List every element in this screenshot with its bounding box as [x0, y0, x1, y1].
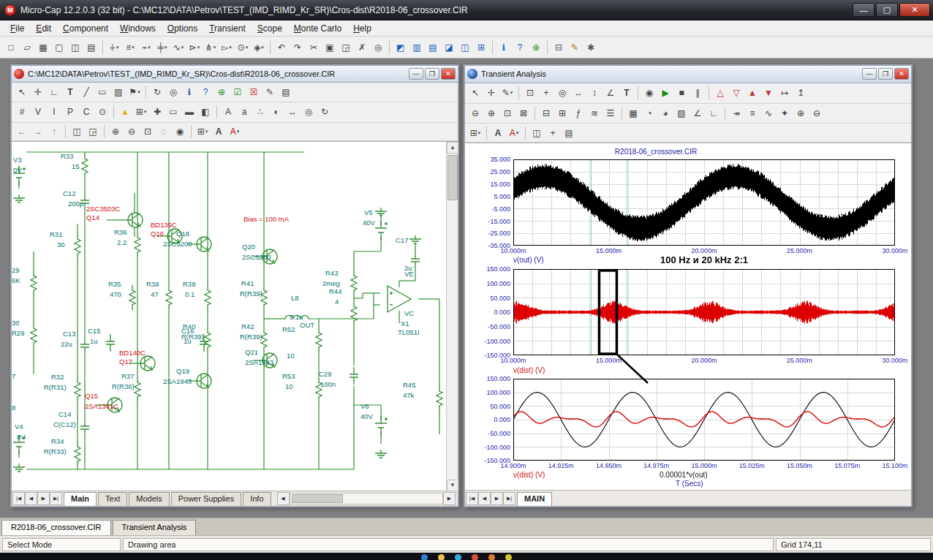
- text-display-icon[interactable]: A: [220, 105, 236, 119]
- font-button-icon[interactable]: A: [490, 126, 506, 140]
- split-text-circuit-icon[interactable]: ◫: [457, 40, 473, 55]
- res-symbol[interactable]: [75, 442, 80, 466]
- dropdown-arrow-icon[interactable]: ▾: [144, 109, 147, 115]
- ie-icon[interactable]: [421, 554, 428, 560]
- gnd-symbol[interactable]: [375, 450, 387, 458]
- graph-paper-icon[interactable]: ▦: [625, 106, 641, 121]
- chrome-icon[interactable]: [472, 554, 478, 560]
- info-mode-icon[interactable]: ℹ: [181, 85, 197, 99]
- schematic-horizontal-scrollbar[interactable]: ◀▶: [277, 493, 456, 504]
- zoom-cursor-icon[interactable]: ⊕: [793, 106, 809, 121]
- child-close-button[interactable]: ✕: [441, 68, 456, 80]
- slope-measure-icon[interactable]: ∠: [690, 106, 706, 121]
- horizontal-scroll-thumb[interactable]: [292, 494, 343, 503]
- color-button-icon[interactable]: A▾: [227, 124, 243, 139]
- gnd-symbol[interactable]: [409, 235, 421, 243]
- close-file-icon[interactable]: ▢: [51, 40, 67, 55]
- go-up-icon[interactable]: ↑: [46, 124, 62, 139]
- align-cursors-icon[interactable]: ☰: [603, 106, 619, 121]
- save-circuit-icon[interactable]: ▦: [35, 40, 51, 55]
- folder-icon[interactable]: [438, 554, 445, 560]
- crosshair-cursor-icon[interactable]: ✚: [149, 105, 165, 119]
- res-symbol[interactable]: [135, 377, 140, 402]
- dropdown-arrow-icon[interactable]: ▾: [229, 45, 232, 50]
- copy-icon[interactable]: ▣: [322, 40, 338, 55]
- accumulate-plots-icon[interactable]: ≡: [744, 106, 760, 121]
- previous-page-button[interactable]: ◀: [478, 492, 491, 505]
- dropdown-arrow-icon[interactable]: ▾: [246, 45, 249, 50]
- schematic-titlebar[interactable]: C:\MC12\DATA\Petrov\TEST_(IMD_RIMD_Kr_SR…: [12, 66, 458, 83]
- scale-mode-icon[interactable]: ⊡: [522, 86, 538, 100]
- transient-plots-area[interactable]: R2018-06_crossover.CIR35.00025.00015.000…: [465, 143, 911, 490]
- child-minimize-button[interactable]: —: [862, 68, 877, 80]
- analysis-page-tab-main[interactable]: MAIN: [517, 492, 552, 506]
- zoom-area-icon[interactable]: ⊡: [140, 124, 156, 139]
- go-back-icon[interactable]: ←: [14, 124, 30, 139]
- cursor-mode-icon[interactable]: +: [538, 86, 554, 100]
- dropdown-arrow-icon[interactable]: ▾: [197, 45, 200, 50]
- overlap-windows-icon[interactable]: ◪: [441, 40, 457, 55]
- document-tab-transient-analysis[interactable]: Transient Analysis: [113, 520, 197, 535]
- help-mode-icon[interactable]: ?: [197, 85, 214, 99]
- run-analysis-icon[interactable]: ▶: [657, 86, 673, 100]
- diode-component-icon[interactable]: ⊳▾: [186, 40, 203, 55]
- copy-to-clipboard-icon[interactable]: ◫: [69, 124, 85, 139]
- dropdown-arrow-icon[interactable]: ▾: [165, 45, 167, 50]
- bjt-symbol[interactable]: [127, 213, 143, 227]
- font-button-icon[interactable]: A: [211, 124, 227, 139]
- dropdown-arrow-icon[interactable]: ▾: [116, 45, 119, 50]
- select-mode-icon[interactable]: ↖: [14, 85, 30, 99]
- maximize-button[interactable]: ▢: [876, 3, 898, 17]
- res-symbol[interactable]: [135, 232, 140, 257]
- peak-marker-icon[interactable]: △: [712, 86, 728, 100]
- menu-scope[interactable]: Scope: [252, 22, 288, 35]
- cross-area-icon[interactable]: ◧: [197, 105, 214, 119]
- minimize-button[interactable]: —: [853, 3, 875, 17]
- tile-horizontal-icon[interactable]: ▤: [425, 40, 441, 55]
- transient-plot-2[interactable]: [513, 269, 895, 355]
- color-button-icon[interactable]: A▾: [506, 126, 522, 140]
- bjt-symbol[interactable]: [196, 237, 211, 251]
- last-sheet-button[interactable]: ▶|: [50, 492, 62, 505]
- bjt-symbol[interactable]: [140, 356, 155, 371]
- scroll-left-button[interactable]: ◀: [277, 492, 290, 505]
- res-symbol[interactable]: [31, 270, 37, 295]
- slope-tag-mode-icon[interactable]: ∠: [603, 86, 619, 100]
- calculator-icon[interactable]: ⊟: [551, 40, 567, 55]
- battery-component-icon[interactable]: ≡▾: [122, 40, 138, 55]
- high-marker-icon[interactable]: ▲: [744, 86, 760, 100]
- res-symbol[interactable]: [351, 270, 357, 295]
- print-icon[interactable]: ▤: [83, 40, 99, 55]
- menu-file[interactable]: File: [4, 22, 30, 35]
- link-mode-icon[interactable]: ⊕: [214, 85, 230, 99]
- res-symbol[interactable]: [82, 154, 88, 178]
- wire-mode-icon[interactable]: ∟: [46, 85, 62, 99]
- dropdown-arrow-icon[interactable]: ▾: [516, 130, 519, 136]
- normalize-icon[interactable]: ∿: [760, 106, 777, 121]
- child-close-button[interactable]: ✕: [894, 68, 909, 80]
- res-symbol[interactable]: [205, 285, 211, 310]
- firefox-icon[interactable]: [488, 554, 495, 560]
- opamp-component-icon[interactable]: ▻▾: [219, 40, 235, 55]
- media-player-icon[interactable]: [455, 554, 461, 560]
- gnd-symbol[interactable]: [13, 194, 25, 203]
- find-part-icon[interactable]: ◎: [301, 105, 317, 119]
- go-forward-icon[interactable]: →: [30, 124, 46, 139]
- bw-display-icon[interactable]: ◐: [268, 105, 284, 119]
- picture-mode-icon[interactable]: ▨: [110, 85, 126, 99]
- menu-monte-carlo[interactable]: Monte Carlo: [288, 22, 347, 35]
- dropdown-arrow-icon[interactable]: ▾: [478, 130, 481, 136]
- refresh-view-icon[interactable]: ↻: [317, 105, 333, 119]
- title-block-icon[interactable]: ▬: [181, 105, 197, 119]
- graph-pan-mode-icon[interactable]: ✛: [483, 86, 499, 100]
- attribute-display-icon[interactable]: a: [236, 105, 252, 119]
- properties-icon[interactable]: ✎▾: [499, 86, 515, 100]
- next-page-button[interactable]: ▶: [491, 492, 503, 505]
- sheet-tab-text[interactable]: Text: [98, 492, 127, 506]
- cascade-windows-icon[interactable]: ◩: [393, 40, 409, 55]
- numeric-output-icon[interactable]: ▤: [561, 126, 577, 140]
- bjt-symbol[interactable]: [196, 374, 211, 388]
- zoom-out-icon[interactable]: ⊖: [467, 106, 483, 121]
- main-titlebar[interactable]: M Micro-Cap 12.2.0.3 (32 bit) - C:\MC12\…: [0, 0, 933, 20]
- label-branches-icon[interactable]: ✦: [777, 106, 793, 121]
